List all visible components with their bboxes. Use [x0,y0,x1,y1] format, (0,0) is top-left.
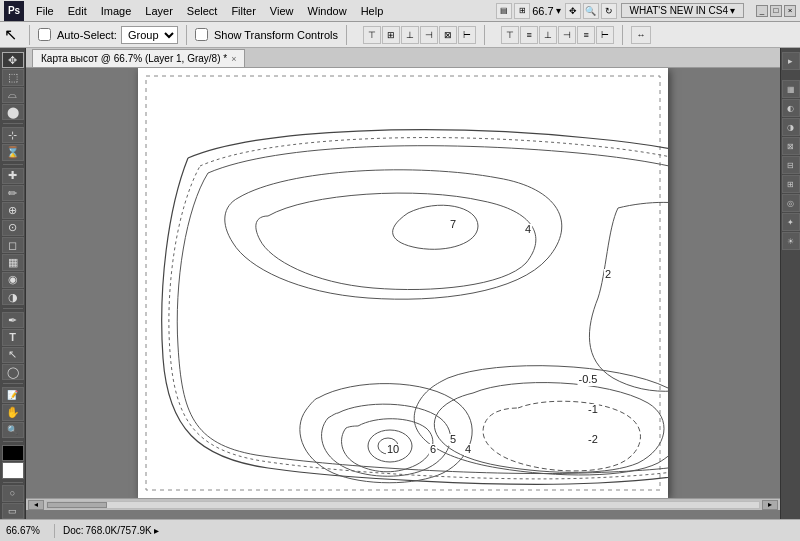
dist-right-icon[interactable]: ⊢ [596,26,614,44]
opts-separator-5 [622,25,623,45]
clone-tool[interactable]: ⊕ [2,202,24,218]
auto-align-icon[interactable]: ↔ [631,26,651,44]
scroll-left-btn[interactable]: ◂ [28,500,44,510]
align-right-icon[interactable]: ⊢ [458,26,476,44]
menu-image[interactable]: Image [95,3,138,19]
background-color-swatch[interactable]: □ [2,462,24,478]
zoom-dropdown-icon[interactable]: ▾ [556,5,561,16]
dist-left-icon[interactable]: ⊣ [558,26,576,44]
align-hcenter-icon[interactable]: ⊠ [439,26,457,44]
actions-panel-btn[interactable]: ⊟ [782,156,800,174]
screen-mode-btn[interactable]: ▭ [2,503,24,519]
adjustments-panel-btn[interactable]: ☀ [782,232,800,250]
tool-sep-4 [3,383,23,384]
quick-mask-btn[interactable]: ○ [2,485,24,501]
whats-new-button[interactable]: WHAT'S NEW IN CS4 ▾ [621,3,744,18]
pen-tool[interactable]: ✒ [2,312,24,328]
align-icons: ⊤ ⊞ ⊥ ⊣ ⊠ ⊢ [363,26,476,44]
swatches-panel-btn[interactable]: ◎ [782,194,800,212]
menu-file[interactable]: File [30,3,60,19]
history-panel-btn[interactable]: ⊠ [782,137,800,155]
menu-select[interactable]: Select [181,3,224,19]
zoom-glass-icon[interactable]: 🔍 [583,3,599,19]
document-canvas[interactable] [138,68,668,498]
show-transform-label: Show Transform Controls [214,29,338,41]
mode-fullscreen-icon[interactable]: ⊞ [514,3,530,19]
menu-window[interactable]: Window [302,3,353,19]
quick-select-tool[interactable]: ⬤ [2,104,24,120]
paths-panel-btn[interactable]: ◑ [782,118,800,136]
opts-separator-1 [29,25,30,45]
align-left-icon[interactable]: ⊣ [420,26,438,44]
heal-tool[interactable]: ✚ [2,168,24,184]
align-vcenter-icon[interactable]: ⊞ [382,26,400,44]
options-bar: ↖ Auto-Select: Group Layer Show Transfor… [0,22,800,48]
auto-select-checkbox[interactable] [38,28,51,41]
crop-tool[interactable]: ⊹ [2,127,24,143]
align-top-icon[interactable]: ⊤ [363,26,381,44]
gradient-tool[interactable]: ▦ [2,254,24,270]
menu-view[interactable]: View [264,3,300,19]
doc-value: 768.0K/757.9K [86,525,152,536]
dist-vcenter-icon[interactable]: ≡ [520,26,538,44]
app-logo: Ps [4,1,24,21]
left-toolbar: ✥ ⬚ ⌓ ⬤ ⊹ ⌛ ✚ ✏ ⊕ ⊙ ◻ ▦ ◉ ◑ ✒ T ↖ ◯ 📝 ✋ … [0,48,26,519]
path-select-tool[interactable]: ↖ [2,347,24,363]
info-panel-btn[interactable]: ⊞ [782,175,800,193]
cursor-icon[interactable]: ✥ [565,3,581,19]
brush-tool[interactable]: ✏ [2,185,24,201]
dist-top-icon[interactable]: ⊤ [501,26,519,44]
minimize-button[interactable]: _ [756,5,768,17]
auto-select-label: Auto-Select: [57,29,117,41]
type-tool[interactable]: T [2,329,24,345]
zoom-value: 66.7 [532,5,553,17]
menu-edit[interactable]: Edit [62,3,93,19]
zoom-tool[interactable]: 🔍 [2,422,24,438]
scroll-track [46,501,760,509]
notes-tool[interactable]: 📝 [2,387,24,403]
tab-close-button[interactable]: × [231,54,236,64]
menu-filter[interactable]: Filter [225,3,261,19]
scroll-thumb[interactable] [47,502,107,508]
styles-panel-btn[interactable]: ✦ [782,213,800,231]
eraser-tool[interactable]: ◻ [2,237,24,253]
document-area[interactable] [26,68,780,498]
menu-help[interactable]: Help [355,3,390,19]
tab-title: Карта высот @ 66.7% (Layer 1, Gray/8) * [41,53,227,64]
move-tool-icon: ↖ [4,25,17,44]
document-tab[interactable]: Карта высот @ 66.7% (Layer 1, Gray/8) * … [32,49,245,67]
panel-collapse-btn[interactable]: ▸ [782,52,800,70]
foreground-color-swatch[interactable]: ■ [2,445,24,461]
dist-hcenter-icon[interactable]: ≡ [577,26,595,44]
move-tool[interactable]: ✥ [2,52,24,68]
blur-tool[interactable]: ◉ [2,272,24,288]
menu-bar: Ps File Edit Image Layer Select Filter V… [0,0,800,22]
mode-standard-icon[interactable]: ▤ [496,3,512,19]
scroll-right-btn[interactable]: ▸ [762,500,778,510]
history-tool[interactable]: ⊙ [2,220,24,236]
align-bottom-icon[interactable]: ⊥ [401,26,419,44]
status-arrow-btn[interactable]: ▸ [154,525,159,536]
close-button[interactable]: × [784,5,796,17]
hand-tool[interactable]: ✋ [2,404,24,420]
tool-sep-5 [3,441,23,442]
opts-separator-2 [186,25,187,45]
opts-separator-3 [346,25,347,45]
menu-layer[interactable]: Layer [139,3,179,19]
auto-select-dropdown[interactable]: Group Layer [121,26,178,44]
shape-tool[interactable]: ◯ [2,364,24,380]
show-transform-checkbox[interactable] [195,28,208,41]
rotate-icon[interactable]: ↻ [601,3,617,19]
tool-sep-3 [3,308,23,309]
lasso-tool[interactable]: ⌓ [2,87,24,103]
eyedropper-tool[interactable]: ⌛ [2,144,24,160]
restore-button[interactable]: □ [770,5,782,17]
dist-bottom-icon[interactable]: ⊥ [539,26,557,44]
tab-bar: Карта высот @ 66.7% (Layer 1, Gray/8) * … [26,48,780,68]
horizontal-scrollbar[interactable]: ◂ ▸ [26,498,780,510]
channels-panel-btn[interactable]: ◐ [782,99,800,117]
status-zoom: 66.67% [6,525,46,536]
layers-panel-btn[interactable]: ▦ [782,80,800,98]
rectangle-select-tool[interactable]: ⬚ [2,69,24,85]
dodge-tool[interactable]: ◑ [2,289,24,305]
